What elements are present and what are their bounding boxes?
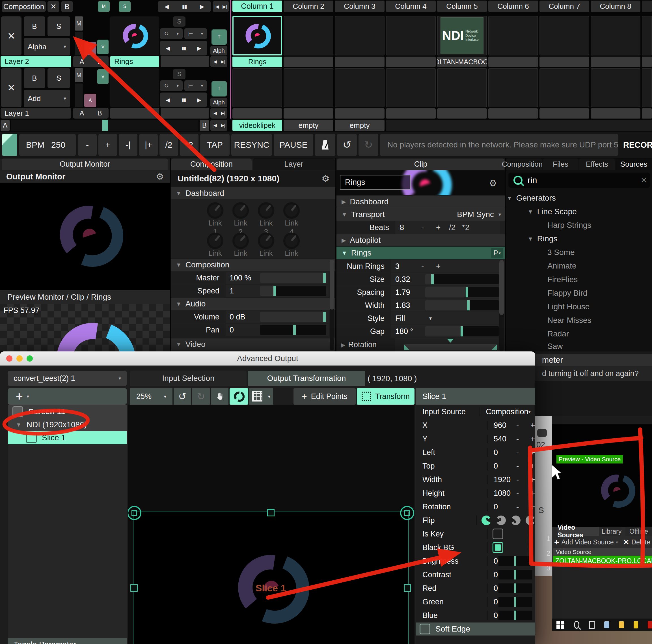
tab-output-transformation[interactable]: Output Transformation <box>248 371 365 386</box>
param-y[interactable]: Y 540-+ <box>416 432 535 445</box>
param-beats[interactable]: Beats 8 - + /2 *2 <box>336 221 500 234</box>
dashboard-knob-4[interactable]: Link 4 <box>283 202 300 236</box>
layer1-active-clip-preview[interactable] <box>110 68 159 107</box>
clip-cell[interactable] <box>488 16 538 55</box>
column-tab-7[interactable]: Column 7 <box>540 1 589 12</box>
layer1-a-button[interactable]: A <box>84 94 96 107</box>
taskbar-search-icon[interactable] <box>574 621 579 629</box>
layer2-playdir-dropdown[interactable]: ⊢▾ <box>184 28 207 39</box>
pause-icon[interactable]: ▮▮ <box>182 45 186 51</box>
contrast-slider[interactable] <box>498 570 533 579</box>
speed-slider[interactable] <box>260 286 326 296</box>
red-slider[interactable] <box>498 584 533 593</box>
windows-start-icon[interactable] <box>556 621 564 629</box>
rotation-range-slider[interactable] <box>404 338 497 352</box>
column-trigger-videoklipek[interactable]: videoklipek <box>233 120 282 131</box>
color-swatch[interactable] <box>2 134 17 156</box>
source-row-selected[interactable]: ZOLTAN-MACBOOK-PRO.LOCAL (Arena - Scree <box>553 556 652 566</box>
param-green[interactable]: Green 0 <box>416 595 535 608</box>
column-tab-3[interactable]: Column 3 <box>335 1 384 12</box>
layer1-solo-button[interactable]: S <box>48 68 70 88</box>
layer2-alph-button[interactable]: Alph <box>210 46 227 55</box>
clip-cell-label[interactable] <box>386 108 436 119</box>
clip-cell[interactable] <box>540 68 589 107</box>
transport-mode-dropdown[interactable]: BPM Sync▾ <box>457 210 505 219</box>
add-slice-button[interactable]: + ▾ <box>8 388 127 405</box>
pause-icon[interactable]: ▮▮ <box>182 97 186 103</box>
param-input-source[interactable]: Input Source Composition▾ <box>416 405 535 418</box>
layer1-v-button[interactable]: V <box>97 69 109 84</box>
clip-cell-rings[interactable] <box>233 16 282 55</box>
section-composition[interactable]: ▼Composition <box>171 259 335 271</box>
add-video-source-button[interactable]: Add Video Source <box>562 538 614 546</box>
clip-cell[interactable] <box>335 16 384 55</box>
flip-vertical-icon[interactable] <box>511 516 520 525</box>
slice-handle-topleft[interactable] <box>128 506 141 520</box>
brightness-slider[interactable] <box>498 556 533 566</box>
layer1-blend-dropdown[interactable]: Add▾ <box>24 90 70 107</box>
layer1-name-label[interactable]: Layer 1 <box>1 108 71 119</box>
tab-offline[interactable]: Offline <box>625 527 652 536</box>
tree-light-house[interactable]: Light House <box>547 301 652 313</box>
clip-cell-label[interactable] <box>386 57 436 67</box>
close-window-icon[interactable] <box>6 355 12 362</box>
layer2-clear-button[interactable]: B✕ <box>1 17 22 55</box>
transform-button[interactable]: Transform <box>357 388 414 405</box>
volume-slider[interactable] <box>260 312 326 322</box>
tab-output-monitor[interactable]: Output Monitor <box>2 158 168 170</box>
dashboard-knob-2[interactable]: Link 2 <box>233 202 249 236</box>
play-icon[interactable]: ▶ <box>197 45 201 51</box>
tree-ndi-device[interactable]: ▼ NDI (1920x1080) <box>8 418 127 431</box>
gear-icon[interactable]: ⚙ <box>489 178 497 188</box>
tree-near-misses[interactable]: Near Misses <box>547 314 652 327</box>
clip-cell-label[interactable] <box>540 57 589 67</box>
pause-icon[interactable]: ▮▮ <box>182 3 187 9</box>
skip-forward-icon[interactable]: ▶| <box>222 4 227 9</box>
preset-dropdown[interactable]: convert_teest(2) 1 ▾ <box>8 371 127 386</box>
beats-half[interactable]: /2 <box>449 223 456 232</box>
param-is-key[interactable]: Is Key <box>416 527 535 540</box>
resync-button[interactable]: RESYNC <box>231 134 272 156</box>
clip-cell-label[interactable] <box>591 57 641 67</box>
clip-cell-label[interactable] <box>283 57 333 67</box>
clear-search-icon[interactable]: ✕ <box>641 176 650 185</box>
delete-icon[interactable]: ✕ <box>623 538 629 547</box>
app-icon-yellow[interactable] <box>634 621 638 628</box>
tab-sources[interactable]: Sources <box>616 158 652 170</box>
composition-transport[interactable]: ◀ ▮▮ ▶ <box>158 1 211 12</box>
clip-cell[interactable] <box>488 68 538 107</box>
tap-button[interactable]: TAP <box>200 134 229 156</box>
tree-3-some[interactable]: 3 Some <box>547 246 652 259</box>
tree-line-scape[interactable]: ▼Line Scape <box>522 205 652 218</box>
layer2-ab-buttons[interactable]: AB <box>73 56 109 67</box>
clip-cell-label[interactable] <box>540 108 589 119</box>
dashboard-knob-1[interactable]: Link 1 <box>207 202 223 236</box>
param-red[interactable]: Red 0 <box>416 582 535 595</box>
slice-handle-top[interactable] <box>267 509 275 516</box>
flip-horizontal-icon[interactable] <box>496 516 506 525</box>
param-pan[interactable]: Pan 0 <box>171 324 329 336</box>
beats-plus[interactable]: + <box>436 223 440 232</box>
layer1-m-slider[interactable] <box>75 83 83 107</box>
bpm-half-button[interactable]: /2 <box>160 134 178 156</box>
tree-screen-11[interactable]: Screen 11 <box>8 405 127 418</box>
scrollbar[interactable] <box>330 260 334 350</box>
master-m-button[interactable]: M <box>98 1 110 12</box>
prev-icon[interactable]: ◀ <box>165 3 169 10</box>
grid-snap-dropdown[interactable]: ▾ <box>249 388 273 405</box>
screen-enable-checkbox[interactable] <box>12 406 23 417</box>
green-slider[interactable] <box>498 597 533 607</box>
param-left[interactable]: Left 0-+ <box>416 446 535 459</box>
crossfader-handle[interactable] <box>102 120 108 131</box>
clip-cell[interactable] <box>386 16 436 55</box>
param-width[interactable]: Width 1.83 <box>336 299 500 311</box>
clip-cell-label[interactable] <box>335 108 384 119</box>
param-style[interactable]: Style Fill ▾ <box>336 312 500 325</box>
pan-tool-button[interactable] <box>211 388 228 405</box>
tab-input-selection[interactable]: Input Selection <box>130 371 247 386</box>
edit-points-button[interactable]: +Edit Points <box>294 388 356 405</box>
close-composition-button[interactable]: ✕ <box>48 1 59 12</box>
layer1-clear-button[interactable]: ✕ <box>1 68 22 107</box>
task-view-icon[interactable] <box>589 621 595 629</box>
skip-back-icon[interactable]: |◀ <box>214 4 219 9</box>
